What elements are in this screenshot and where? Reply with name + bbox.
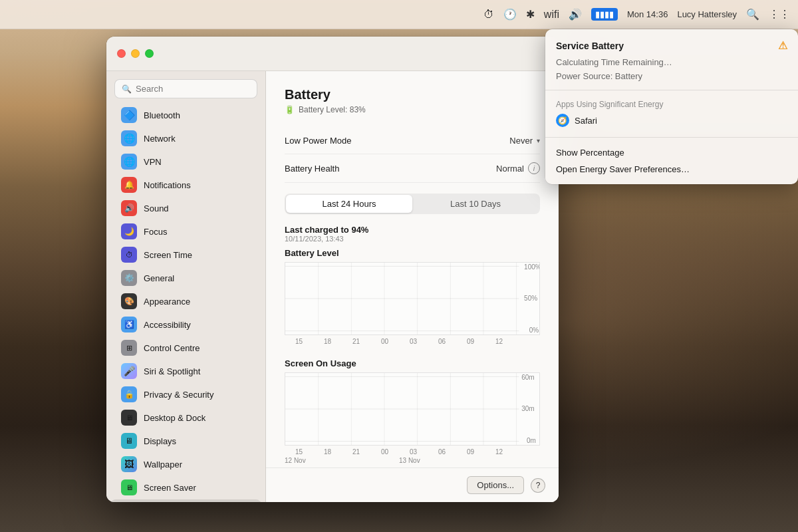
sx-label-21: 21 (342, 448, 370, 456)
sidebar-item-vpn[interactable]: 🌐 VPN (110, 150, 261, 173)
service-battery-label: Service Battery (556, 41, 624, 51)
svg-text:100%: 100% (524, 263, 539, 271)
sidebar-label-desktop-dock: Desktop & Dock (144, 413, 205, 423)
titlebar (106, 37, 559, 71)
search-menubar-icon[interactable]: 🔍 (746, 8, 759, 21)
time-machine-icon[interactable]: ⏱ (483, 9, 494, 21)
sidebar-item-wallpaper[interactable]: 🖼 Wallpaper (110, 453, 261, 475)
sidebar-item-control-centre[interactable]: ⊞ Control Centre (110, 336, 261, 359)
help-button[interactable]: ? (531, 478, 545, 493)
menu-section-actions: Show Percentage Open Energy Saver Prefer… (545, 142, 798, 180)
system-preferences-window: 🔍 🔷 Bluetooth 🌐 Network 🌐 VPN 🔔 Notifica… (106, 37, 559, 502)
sidebar-label-displays: Displays (144, 436, 176, 446)
low-power-mode-value[interactable]: Never ▾ (509, 136, 540, 146)
sidebar-label-appearance: Appearance (144, 297, 190, 307)
sidebar-label-vpn: VPN (144, 157, 162, 167)
screen-x-labels: 15 18 21 00 03 06 09 12 (285, 448, 540, 456)
svg-text:60m: 60m (521, 374, 534, 381)
traffic-lights (117, 49, 154, 58)
sidebar-item-privacy[interactable]: 🔒 Privacy & Security (110, 383, 261, 406)
sound-menubar-icon[interactable]: 🔊 (569, 8, 582, 21)
show-percentage-item[interactable]: Show Percentage (556, 144, 787, 161)
general-icon: ⚙️ (121, 270, 137, 286)
low-power-mode-text: Never (509, 136, 533, 146)
screen-time-icon: ⏱ (121, 247, 137, 263)
displays-icon: 🖥 (121, 433, 137, 449)
search-input[interactable] (136, 84, 250, 94)
battery-status: 🔋 Battery Level: 83% (285, 105, 540, 114)
svg-text:30m: 30m (521, 405, 534, 412)
wifi-icon[interactable]: wifi (544, 9, 559, 21)
open-energy-item[interactable]: Open Energy Saver Preferences… (556, 161, 787, 178)
sx-label-09: 09 (456, 448, 485, 456)
sx-label-15: 15 (285, 448, 313, 456)
sidebar-item-appearance[interactable]: 🎨 Appearance (110, 290, 261, 313)
menu-divider-2 (545, 137, 798, 138)
control-strip-icon[interactable]: ⋮⋮ (769, 8, 790, 21)
screen-saver-icon: 🖥 (121, 479, 137, 495)
sidebar-item-displays[interactable]: 🖥 Displays (110, 430, 261, 452)
sx-label-18: 18 (313, 448, 342, 456)
sidebar-item-bluetooth[interactable]: 🔷 Bluetooth (110, 104, 261, 126)
sidebar-label-screen-saver: Screen Saver (144, 483, 196, 493)
close-button[interactable] (117, 49, 126, 58)
x-label-03: 03 (399, 338, 428, 345)
sidebar-label-notifications: Notifications (144, 180, 191, 190)
safari-menu-item[interactable]: 🧭 Safari (556, 110, 787, 130)
menu-section-service: Service Battery ⚠ Calculating Time Remai… (545, 33, 798, 86)
battery-health-text: Normal (496, 164, 524, 174)
maximize-button[interactable] (145, 49, 154, 58)
menubar-user: Lucy Hattersley (677, 9, 737, 19)
network-icon: 🌐 (121, 130, 137, 146)
sidebar-item-network[interactable]: 🌐 Network (110, 127, 261, 150)
sidebar-label-bluetooth: Bluetooth (144, 110, 180, 120)
sidebar-item-notifications[interactable]: 🔔 Notifications (110, 174, 261, 196)
battery-menubar-icon[interactable]: ▮▮▮▮ (591, 8, 618, 21)
menubar: ⏱ 🕐 ✱ wifi 🔊 ▮▮▮▮ Mon 14:36 Lucy Hatters… (0, 0, 798, 29)
x-label-06: 06 (428, 338, 456, 345)
search-icon: 🔍 (122, 84, 132, 94)
battery-chart-svg: 100% 50% 0% (285, 263, 539, 334)
sidebar-item-battery[interactable]: 🔋 Battery (110, 499, 261, 502)
search-box[interactable]: 🔍 (114, 79, 257, 98)
sidebar-item-siri[interactable]: 🎤 Siri & Spotlight (110, 360, 261, 382)
menu-section-apps: Apps Using Significant Energy 🧭 Safari (545, 94, 798, 133)
charged-date: 10/11/2023, 13:43 (285, 235, 540, 243)
tab-24h[interactable]: Last 24 Hours (286, 195, 412, 213)
sidebar-item-general[interactable]: ⚙️ General (110, 267, 261, 289)
x-label-15: 15 (285, 338, 313, 345)
sidebar-item-sound[interactable]: 🔊 Sound (110, 197, 261, 219)
low-power-mode-row: Low Power Mode Never ▾ (285, 128, 540, 154)
sidebar-item-screen-saver[interactable]: 🖥 Screen Saver (110, 476, 261, 499)
sidebar-label-siri: Siri & Spotlight (144, 366, 200, 376)
sidebar-item-screen-time[interactable]: ⏱ Screen Time (110, 243, 261, 266)
svg-text:0m: 0m (527, 437, 536, 444)
sidebar-item-accessibility[interactable]: ♿ Accessibility (110, 313, 261, 336)
x-label-00: 00 (370, 338, 399, 345)
sidebar-label-control-centre: Control Centre (144, 343, 200, 353)
minimize-button[interactable] (131, 49, 140, 58)
sx-label-12: 12 (485, 448, 513, 456)
battery-level-chart: Battery Level 100% 50 (285, 248, 540, 345)
sidebar-item-focus[interactable]: 🌙 Focus (110, 220, 261, 243)
main-content: Battery 🔋 Battery Level: 83% Low Power M… (266, 71, 559, 502)
sidebar-label-accessibility: Accessibility (144, 320, 191, 330)
service-battery-item[interactable]: Service Battery ⚠ (556, 36, 787, 55)
date-label-13nov: 13 Nov (399, 457, 428, 464)
options-button[interactable]: Options... (467, 476, 524, 494)
bluetooth-icon[interactable]: ✱ (526, 8, 535, 21)
x-label-18: 18 (313, 338, 342, 345)
screen-chart-area: 60m 30m 0m (285, 372, 540, 446)
control-centre-icon: ⊞ (121, 340, 137, 356)
siri-icon: 🎤 (121, 363, 137, 379)
screen-chart-title: Screen On Usage (285, 358, 540, 368)
menu-divider-1 (545, 90, 798, 90)
tab-10d[interactable]: Last 10 Days (412, 195, 539, 213)
battery-chart-title: Battery Level (285, 248, 540, 258)
accessibility-icon: ♿ (121, 317, 137, 332)
info-icon[interactable]: i (528, 162, 540, 174)
clock-icon[interactable]: 🕐 (503, 8, 517, 21)
warning-icon: ⚠ (778, 39, 787, 52)
sidebar-item-desktop-dock[interactable]: 🖥 Desktop & Dock (110, 406, 261, 429)
low-power-chevron-icon: ▾ (537, 137, 540, 144)
